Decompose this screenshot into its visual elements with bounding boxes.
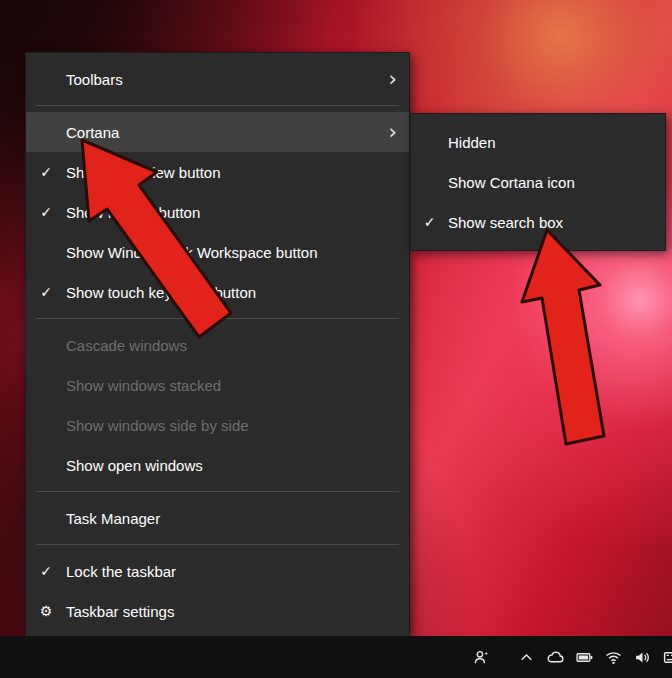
- menu-item-show-open-windows[interactable]: Show open windows: [26, 445, 409, 485]
- menu-item-show-people[interactable]: ✓ Show People button: [26, 192, 409, 232]
- menu-item-label: Show Windows Ink Workspace button: [66, 244, 397, 261]
- menu-item-label: Show Cortana icon: [448, 174, 653, 191]
- checkmark-icon: ✓: [26, 563, 66, 579]
- checkmark-icon: ✓: [411, 214, 448, 230]
- menu-item-toolbars[interactable]: Toolbars ›: [26, 59, 409, 99]
- menu-separator: [36, 105, 399, 106]
- menu-item-label: Lock the taskbar: [66, 563, 397, 580]
- menu-item-label: Show windows stacked: [66, 377, 397, 394]
- hidden-icons-chevron-icon[interactable]: [515, 646, 537, 668]
- menu-item-show-windows-stacked: Show windows stacked: [26, 365, 409, 405]
- submenu-item-show-cortana-icon[interactable]: Show Cortana icon: [411, 162, 665, 202]
- submenu-chevron-icon: ›: [379, 72, 397, 86]
- menu-item-label: Show search box: [448, 214, 653, 231]
- menu-item-label: Show touch keyboard button: [66, 284, 397, 301]
- checkmark-icon: ✓: [26, 164, 66, 180]
- submenu-item-show-search-box[interactable]: ✓ Show search box: [411, 202, 665, 242]
- submenu-chevron-icon: ›: [379, 125, 397, 139]
- menu-item-label: Taskbar settings: [66, 603, 397, 620]
- menu-item-show-windows-side-by-side: Show windows side by side: [26, 405, 409, 445]
- menu-separator: [36, 544, 399, 545]
- menu-item-cortana[interactable]: Cortana ›: [26, 112, 409, 152]
- menu-item-label: Show Task View button: [66, 164, 397, 181]
- menu-item-label: Cortana: [66, 124, 379, 141]
- menu-item-label: Hidden: [448, 134, 653, 151]
- menu-item-task-manager[interactable]: Task Manager: [26, 498, 409, 538]
- menu-item-label: Task Manager: [66, 510, 397, 527]
- wifi-icon[interactable]: [602, 646, 624, 668]
- menu-item-label: Cascade windows: [66, 337, 397, 354]
- menu-item-show-touch-keyboard[interactable]: ✓ Show touch keyboard button: [26, 272, 409, 312]
- edge-partial-icon[interactable]: [660, 646, 672, 668]
- menu-separator: [36, 491, 399, 492]
- menu-item-lock-taskbar[interactable]: ✓ Lock the taskbar: [26, 551, 409, 591]
- gear-icon: ⚙: [26, 603, 66, 619]
- menu-item-label: Show People button: [66, 204, 397, 221]
- menu-separator: [36, 318, 399, 319]
- menu-item-label: Show open windows: [66, 457, 397, 474]
- menu-item-label: Toolbars: [66, 71, 379, 88]
- battery-icon[interactable]: [573, 646, 595, 668]
- taskbar-context-menu: Toolbars › Cortana › ✓ Show Task View bu…: [25, 52, 410, 638]
- cortana-submenu: Hidden Show Cortana icon ✓ Show search b…: [410, 113, 666, 251]
- volume-icon[interactable]: [631, 646, 653, 668]
- menu-item-taskbar-settings[interactable]: ⚙ Taskbar settings: [26, 591, 409, 631]
- onedrive-cloud-icon[interactable]: [544, 646, 566, 668]
- system-tray: [470, 646, 672, 668]
- menu-item-show-task-view[interactable]: ✓ Show Task View button: [26, 152, 409, 192]
- menu-item-show-windows-ink[interactable]: Show Windows Ink Workspace button: [26, 232, 409, 272]
- checkmark-icon: ✓: [26, 204, 66, 220]
- taskbar: [0, 636, 672, 678]
- submenu-item-hidden[interactable]: Hidden: [411, 122, 665, 162]
- checkmark-icon: ✓: [26, 284, 66, 300]
- menu-item-cascade-windows: Cascade windows: [26, 325, 409, 365]
- people-icon[interactable]: [470, 646, 492, 668]
- menu-item-label: Show windows side by side: [66, 417, 397, 434]
